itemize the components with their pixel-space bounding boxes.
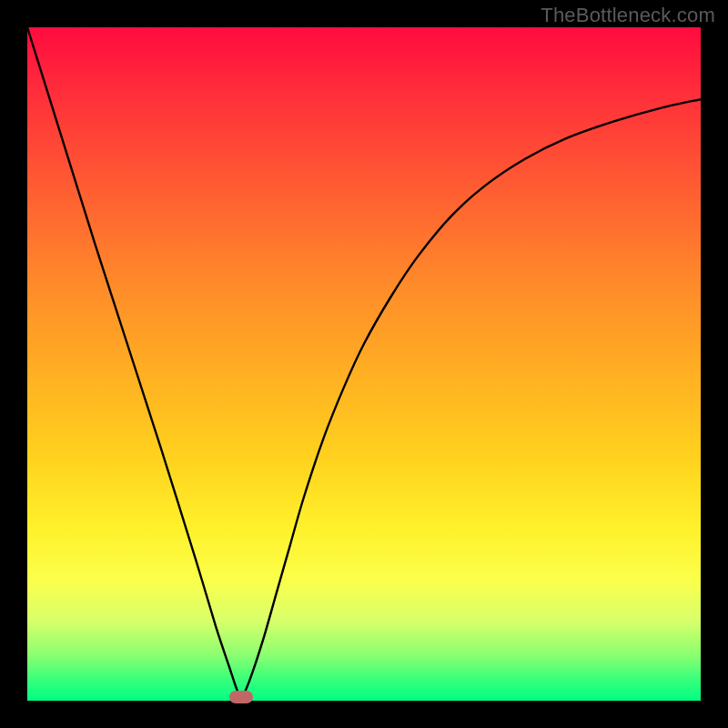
watermark-text: TheBottleneck.com [541,4,715,27]
bottleneck-curve [27,27,701,697]
curve-svg [27,27,701,701]
plot-area [27,27,701,701]
chart-container: TheBottleneck.com [0,0,728,728]
minimum-marker [229,691,253,703]
